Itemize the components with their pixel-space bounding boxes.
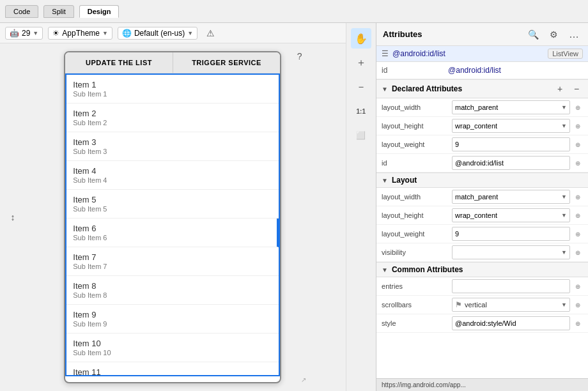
common-section-header[interactable]: ▼ Common Attributes — [376, 262, 588, 277]
list-item[interactable]: Item 2 Sub Item 2 — [66, 103, 279, 132]
attributes-title: Attributes — [383, 29, 520, 39]
dropdown-arrow: ▼ — [561, 104, 567, 111]
decl-id-btn[interactable]: ⊕ — [573, 158, 583, 168]
decl-layout-width-input: match_parent ▼ ⊕ — [452, 100, 583, 114]
locale-icon: 🌐 — [122, 29, 132, 38]
layout-width-btn[interactable]: ⊕ — [573, 192, 583, 202]
decl-layout-height-dropdown[interactable]: wrap_content ▼ — [452, 119, 570, 133]
flag-icon: ⚑ — [455, 300, 462, 309]
list-item[interactable]: Item 7 Sub Item 7 — [66, 247, 279, 276]
tab-split[interactable]: Split — [43, 5, 74, 18]
decl-id-field[interactable] — [452, 156, 570, 170]
layout-weight-row: layout_weight ⊕ — [376, 225, 588, 243]
tab-code[interactable]: Code — [5, 5, 38, 18]
decl-layout-weight-field[interactable] — [452, 137, 570, 151]
decl-layout-width-btn[interactable]: ⊕ — [573, 102, 583, 112]
attributes-extra-button[interactable]: … — [566, 27, 582, 42]
api-selector[interactable]: 🤖 29 ▼ — [5, 27, 43, 40]
decl-layout-height-btn[interactable]: ⊕ — [573, 121, 583, 131]
main-layout: 🤖 29 ▼ ☀ AppTheme ▼ 🌐 Default (en-us) ▼ … — [0, 23, 588, 391]
entries-field[interactable] — [452, 279, 570, 293]
list-item[interactable]: Item 1 Sub Item 1 — [66, 75, 279, 103]
theme-label: AppTheme — [62, 29, 100, 38]
item-sub: Sub Item 3 — [73, 148, 272, 155]
zoom-in-icon[interactable]: ＋ — [351, 52, 371, 73]
decl-layout-weight-row: layout_weight ⊕ — [376, 135, 588, 154]
phone-preview: UPDATE THE LIST TRIGGER SERVICE Item 1 S… — [64, 51, 281, 383]
style-input: ⊕ — [452, 316, 583, 330]
decl-id-label: id — [382, 159, 452, 167]
layout-section-title: Layout — [392, 176, 583, 185]
item-title: Item 11 — [73, 367, 272, 376]
declared-remove-button[interactable]: − — [570, 82, 583, 95]
list-item[interactable]: Item 6 Sub Item 6 — [66, 218, 279, 247]
update-list-button[interactable]: UPDATE THE LIST — [65, 52, 173, 73]
style-btn[interactable]: ⊕ — [573, 318, 583, 328]
scrollbars-dropdown[interactable]: ⚑ vertical ▼ — [452, 298, 570, 312]
tab-design[interactable]: Design — [79, 5, 120, 18]
item-title: Item 5 — [73, 195, 272, 204]
attributes-panel: Attributes 🔍 ⚙ … ☰ @android:id/list List… — [376, 23, 588, 391]
attributes-search-button[interactable]: 🔍 — [525, 27, 541, 42]
fit-icon[interactable]: 1:1 — [351, 101, 371, 121]
help-icon[interactable]: ? — [292, 49, 307, 64]
decl-layout-width-label: layout_width — [382, 103, 452, 111]
style-field[interactable] — [452, 316, 570, 330]
entries-btn[interactable]: ⊕ — [573, 281, 583, 291]
item-title: Item 2 — [73, 109, 272, 118]
theme-selector[interactable]: ☀ AppTheme ▼ — [48, 27, 112, 40]
attributes-settings-button[interactable]: ⚙ — [546, 27, 561, 42]
trigger-service-button[interactable]: TRIGGER SERVICE — [173, 52, 281, 73]
visibility-dropdown[interactable]: ▼ — [452, 245, 570, 259]
layout-section-header[interactable]: ▼ Layout — [376, 172, 588, 188]
item-title: Item 3 — [73, 137, 272, 147]
decl-layout-width-row: layout_width match_parent ▼ ⊕ — [376, 98, 588, 117]
item-title: Item 10 — [73, 339, 272, 348]
layout-height-btn[interactable]: ⊕ — [573, 210, 583, 220]
declared-add-button[interactable]: + — [553, 82, 566, 95]
layout-weight-input: ⊕ — [452, 227, 583, 241]
layout-weight-field[interactable] — [452, 227, 570, 241]
common-attributes-section: ▼ Common Attributes entries ⊕ scrollbars — [376, 262, 588, 333]
layout-width-input: match_parent ▼ ⊕ — [452, 190, 583, 204]
visibility-btn[interactable]: ⊕ — [573, 247, 583, 257]
list-item[interactable]: Item 5 Sub Item 5 — [66, 190, 279, 218]
item-title: Item 4 — [73, 166, 272, 176]
scrollbars-btn[interactable]: ⊕ — [573, 300, 583, 310]
canvas-area: ↕ ? UPDATE THE LIST TRIGGER SERVICE Item… — [0, 43, 346, 391]
decl-layout-width-dropdown[interactable]: match_parent ▼ — [452, 100, 570, 114]
decl-layout-height-label: layout_height — [382, 122, 452, 130]
declared-section-arrow: ▼ — [382, 86, 388, 93]
list-item[interactable]: Item 4 Sub Item 4 — [66, 161, 279, 190]
left-panel: 🤖 29 ▼ ☀ AppTheme ▼ 🌐 Default (en-us) ▼ … — [0, 23, 346, 391]
declared-section-header[interactable]: ▼ Declared Attributes + − — [376, 79, 588, 98]
layout-height-dropdown[interactable]: wrap_content ▼ — [452, 208, 570, 222]
decl-layout-weight-btn[interactable]: ⊕ — [573, 139, 583, 150]
item-sub: Sub Item 1 — [73, 90, 272, 98]
pan-tool-icon[interactable]: ✋ — [351, 28, 371, 49]
item-sub: Sub Item 6 — [73, 234, 270, 241]
bottom-path-text: https://img.android.com/app... — [382, 381, 466, 388]
layout-weight-btn[interactable]: ⊕ — [573, 229, 583, 239]
entries-input: ⊕ — [452, 279, 583, 293]
frame-icon[interactable]: ⬜ — [351, 125, 371, 146]
zoom-out-icon[interactable]: － — [351, 77, 371, 97]
api-level: 29 — [22, 29, 30, 38]
up-down-icon[interactable]: ↕ — [5, 210, 20, 225]
id-path-row: ☰ @android:id/list ListView — [376, 46, 588, 62]
list-item[interactable]: Item 9 Sub Item 9 — [66, 305, 279, 334]
list-item[interactable]: Item 3 Sub Item 3 — [66, 132, 279, 161]
item-sub: Sub Item 5 — [73, 205, 272, 213]
warning-icon[interactable]: ⚠ — [203, 26, 218, 41]
api-dropdown-arrow: ▼ — [33, 30, 38, 36]
visibility-input: ▼ ⊕ — [452, 245, 583, 259]
locale-selector[interactable]: 🌐 Default (en-us) ▼ — [118, 27, 197, 40]
list-item[interactable]: Item 10 Sub Item 10 — [66, 334, 279, 362]
list-view[interactable]: Item 1 Sub Item 1 Item 2 Sub Item 2 Item… — [65, 73, 280, 376]
layout-height-label: layout_height — [382, 211, 452, 219]
list-item[interactable]: Item 11 — [66, 362, 279, 376]
layout-width-dropdown[interactable]: match_parent ▼ — [452, 190, 570, 204]
layout-section: ▼ Layout layout_width match_parent ▼ ⊕ — [376, 172, 588, 262]
item-title: Item 8 — [73, 281, 272, 291]
list-item[interactable]: Item 8 Sub Item 8 — [66, 276, 279, 305]
